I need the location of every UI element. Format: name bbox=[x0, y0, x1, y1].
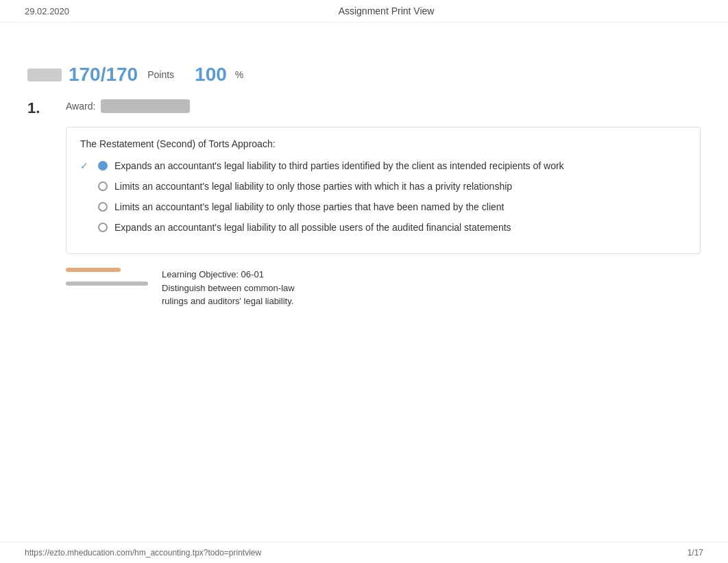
learning-objective: Learning Objective: 06-01 Distinguish be… bbox=[162, 268, 299, 308]
award-row: Award: bbox=[66, 99, 701, 113]
award-value-blurred bbox=[101, 99, 190, 113]
radio-button-4[interactable] bbox=[98, 223, 108, 232]
feedback-correct-blurred bbox=[66, 268, 121, 272]
question-body: Award: The Restatement (Second) of Torts… bbox=[66, 99, 701, 308]
percent-label: % bbox=[235, 69, 243, 80]
learning-objective-text: Distinguish between common-law rulings a… bbox=[162, 282, 299, 308]
score-points: 170/170 bbox=[69, 64, 138, 86]
radio-button-3[interactable] bbox=[98, 202, 108, 212]
score-section: Score 170/170 Points 100 % bbox=[27, 64, 701, 86]
answer-item-1[interactable]: ✓ Expands an accountant's legal liabilit… bbox=[80, 160, 686, 171]
answer-text-4: Expands an accountant's legal liability … bbox=[114, 222, 686, 233]
answer-text-2: Limits an accountant's legal liability t… bbox=[114, 181, 686, 192]
award-label: Award: bbox=[66, 101, 95, 112]
learning-objective-title: Learning Objective: 06-01 bbox=[162, 268, 299, 282]
answer-item-4[interactable]: ✓ Expands an accountant's legal liabilit… bbox=[80, 222, 686, 233]
feedback-section: Learning Objective: 06-01 Distinguish be… bbox=[66, 268, 701, 308]
points-label: Points bbox=[147, 69, 174, 80]
question-text: The Restatement (Second) of Torts Approa… bbox=[80, 138, 686, 149]
header-date: 29.02.2020 bbox=[25, 6, 69, 16]
page-header: 29.02.2020 Assignment Print View bbox=[0, 0, 728, 23]
score-percent: 100 bbox=[195, 64, 227, 86]
answer-item-3[interactable]: ✓ Limits an accountant's legal liability… bbox=[80, 201, 686, 212]
radio-button-1[interactable] bbox=[98, 161, 108, 171]
check-icon: ✓ bbox=[80, 160, 91, 171]
answer-text-1: Expands an accountant's legal liability … bbox=[114, 160, 686, 171]
page-title: Assignment Print View bbox=[339, 5, 435, 16]
question-section: 1. Award: The Restatement (Second) of To… bbox=[27, 99, 701, 308]
question-number: 1. bbox=[27, 99, 55, 308]
feedback-references-blurred bbox=[66, 282, 148, 286]
feedback-row: Learning Objective: 06-01 Distinguish be… bbox=[66, 268, 701, 308]
score-label-blurred: Score bbox=[27, 68, 62, 82]
main-content: Score 170/170 Points 100 % 1. Award: The… bbox=[0, 23, 728, 336]
answer-item-2[interactable]: ✓ Limits an accountant's legal liability… bbox=[80, 181, 686, 192]
feedback-labels bbox=[66, 268, 148, 291]
footer-page: 1/17 bbox=[688, 548, 703, 558]
answer-text-3: Limits an accountant's legal liability t… bbox=[114, 201, 686, 212]
footer-url: https://ezto.mheducation.com/hm_accounti… bbox=[25, 548, 261, 558]
spacer-4: ✓ bbox=[80, 222, 91, 233]
spacer-3: ✓ bbox=[80, 201, 91, 212]
page-footer: https://ezto.mheducation.com/hm_accounti… bbox=[0, 542, 728, 563]
spacer-2: ✓ bbox=[80, 181, 91, 192]
radio-button-2[interactable] bbox=[98, 182, 108, 191]
answer-list: ✓ Expands an accountant's legal liabilit… bbox=[80, 160, 686, 233]
question-box: The Restatement (Second) of Torts Approa… bbox=[66, 127, 701, 254]
